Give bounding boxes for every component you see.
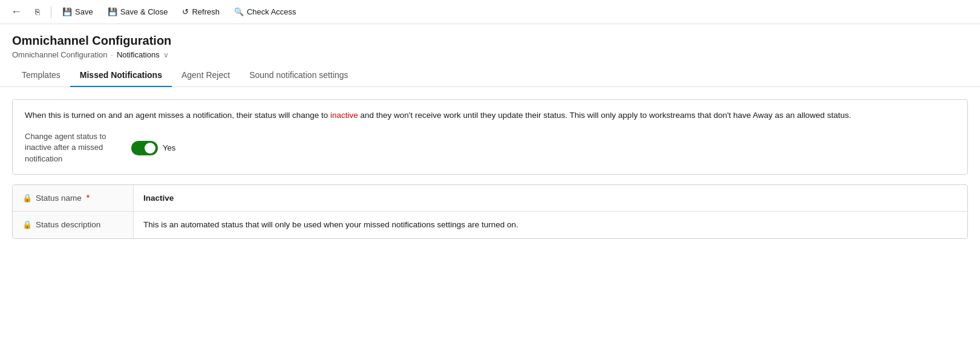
status-description-value: This is an automated status that will on… [134,212,967,238]
info-text: When this is turned on and an agent miss… [25,109,955,122]
lock-icon: 🔒 [22,220,32,229]
info-box: When this is turned on and an agent miss… [12,99,968,175]
table-row: 🔒 Status description This is an automate… [13,212,967,238]
info-text-part1: When this is turned on and an agent miss… [25,111,330,120]
back-icon: ← [11,5,22,18]
lock-icon: 🔒 [22,193,32,203]
refresh-icon: ↺ [182,7,189,16]
toolbar: ← ⎘ 💾 Save 💾 Save & Close ↺ Refresh 🔍 Ch… [0,0,980,24]
share-icon: ⎘ [35,7,40,16]
toggle-track [131,141,158,155]
save-close-icon: 💾 [108,7,117,16]
check-access-button[interactable]: 🔍 Check Access [228,5,302,19]
main-content: When this is turned on and an agent miss… [0,87,980,251]
toggle-value: Yes [163,143,175,152]
save-close-button[interactable]: 💾 Save & Close [102,5,174,19]
toggle-row: Change agent status to inactive after a … [25,131,955,164]
save-button[interactable]: 💾 Save [56,5,99,19]
breadcrumb-parent[interactable]: Omnichannel Configuration [12,50,108,59]
page-title: Omnichannel Configuration [12,34,968,48]
tab-agent-reject[interactable]: Agent Reject [172,64,240,87]
table-row: 🔒 Status name * Inactive [13,185,967,212]
tab-sound-notification-settings[interactable]: Sound notification settings [240,64,358,87]
breadcrumb-current: Notifications [117,50,160,59]
info-text-highlight: inactive [330,111,358,120]
share-button[interactable]: ⎘ [29,5,46,19]
refresh-button[interactable]: ↺ Refresh [176,5,226,19]
page-header: Omnichannel Configuration Omnichannel Co… [0,24,980,64]
toggle-label: Change agent status to inactive after a … [25,131,122,164]
info-text-part2: and they won't receive work until they u… [358,111,851,120]
tab-missed-notifications[interactable]: Missed Notifications [70,64,172,87]
save-icon: 💾 [62,7,72,16]
status-description-label: 🔒 Status description [13,212,134,238]
toggle-thumb [145,143,155,154]
toggle-control: Yes [131,141,175,155]
fields-table: 🔒 Status name * Inactive 🔒 Status descri… [12,184,968,239]
tabs-bar: Templates Missed Notifications Agent Rej… [0,64,980,87]
toolbar-separator [51,6,51,18]
back-button[interactable]: ← [6,3,27,21]
breadcrumb: Omnichannel Configuration · Notification… [12,50,968,59]
tab-templates[interactable]: Templates [12,64,70,87]
breadcrumb-dropdown-icon[interactable]: ∨ [163,51,169,59]
status-name-label: 🔒 Status name * [13,185,134,211]
breadcrumb-separator: · [111,51,113,59]
check-access-icon: 🔍 [234,7,244,16]
status-name-value: Inactive [134,185,967,211]
status-toggle[interactable] [131,141,158,155]
